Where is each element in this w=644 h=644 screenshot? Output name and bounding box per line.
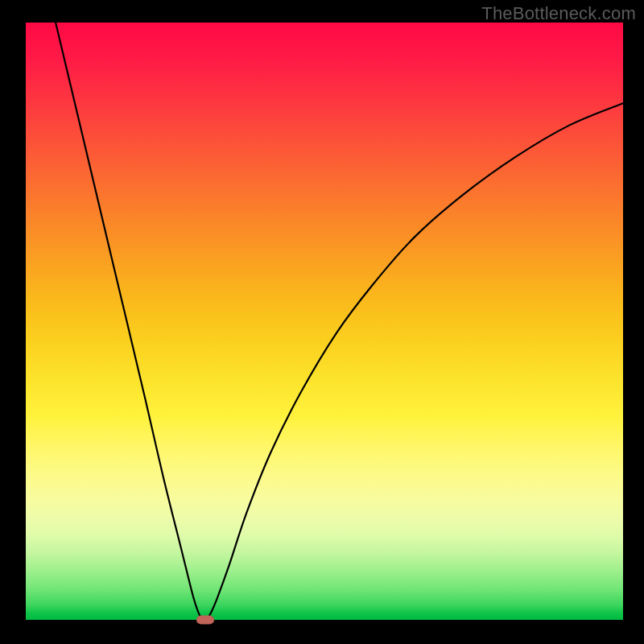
watermark-label: TheBottleneck.com (481, 3, 636, 24)
plot-area (26, 23, 623, 620)
minimum-marker (196, 616, 214, 625)
chart-frame: TheBottleneck.com (0, 0, 644, 644)
bottleneck-curve (26, 23, 623, 620)
